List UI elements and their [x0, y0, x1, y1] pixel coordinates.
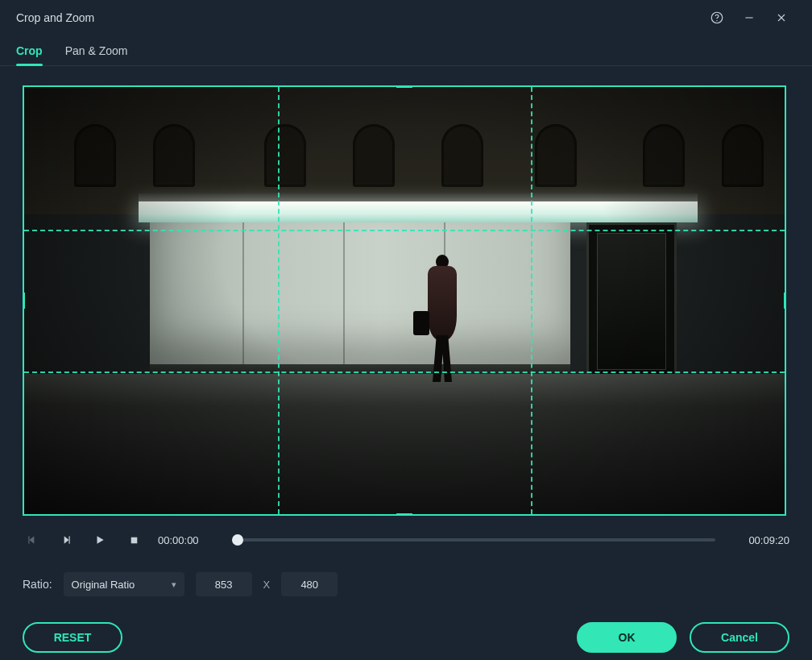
- crop-handle-right[interactable]: [784, 293, 786, 309]
- help-icon[interactable]: [701, 5, 733, 31]
- svg-rect-10: [130, 537, 137, 543]
- video-preview[interactable]: [23, 85, 786, 516]
- play-button[interactable]: [90, 530, 110, 550]
- ratio-select-value: Original Ratio: [72, 579, 135, 591]
- ratio-label: Ratio:: [23, 578, 52, 591]
- crop-handle-bottom-left[interactable]: [23, 503, 35, 516]
- height-field[interactable]: 480: [281, 572, 338, 596]
- svg-point-1: [716, 20, 717, 21]
- total-time: 00:09:20: [730, 534, 789, 546]
- title-bar: Crop and Zoom: [0, 0, 812, 35]
- svg-marker-9: [97, 536, 104, 543]
- crop-handle-top-left[interactable]: [23, 85, 35, 98]
- chevron-down-icon: ▾: [172, 579, 176, 590]
- ratio-select[interactable]: Original Ratio ▾: [64, 572, 184, 596]
- window-title: Crop and Zoom: [16, 11, 94, 24]
- svg-marker-5: [30, 536, 35, 543]
- reset-button[interactable]: RESET: [23, 622, 122, 653]
- crop-handle-top[interactable]: [396, 85, 412, 88]
- width-field[interactable]: 853: [196, 572, 252, 596]
- svg-marker-7: [64, 536, 69, 543]
- stop-button[interactable]: [124, 530, 143, 550]
- timeline-thumb[interactable]: [232, 534, 243, 546]
- crop-box[interactable]: [23, 85, 786, 516]
- minimize-icon[interactable]: [733, 5, 765, 31]
- crop-handle-left[interactable]: [23, 293, 25, 309]
- svg-rect-6: [28, 536, 29, 543]
- crop-handle-top-right[interactable]: [773, 85, 786, 98]
- ratio-row: Ratio: Original Ratio ▾ 853 X 480: [0, 550, 812, 596]
- timeline-slider[interactable]: [232, 530, 715, 550]
- current-time: 00:00:00: [158, 534, 218, 546]
- close-icon[interactable]: [765, 5, 798, 31]
- tab-crop[interactable]: Crop: [16, 39, 43, 65]
- tabs: Crop Pan & Zoom: [0, 35, 812, 66]
- tab-pan-zoom[interactable]: Pan & Zoom: [65, 39, 128, 65]
- ok-button[interactable]: OK: [577, 622, 677, 653]
- cancel-button[interactable]: Cancel: [690, 622, 789, 653]
- prev-frame-button[interactable]: [23, 530, 42, 550]
- svg-rect-8: [69, 536, 70, 543]
- footer: RESET OK Cancel: [0, 596, 812, 653]
- crop-handle-bottom[interactable]: [396, 513, 412, 516]
- crop-handle-bottom-right[interactable]: [773, 503, 786, 516]
- next-frame-button[interactable]: [56, 530, 76, 550]
- dimension-separator: X: [263, 579, 271, 591]
- playback-controls: 00:00:00 00:09:20: [0, 522, 812, 550]
